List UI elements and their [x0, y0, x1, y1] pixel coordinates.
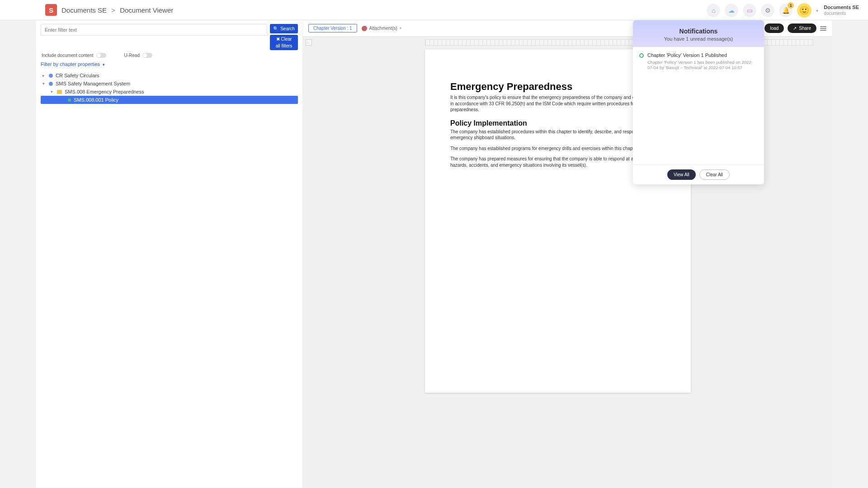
filter-input[interactable] [41, 24, 267, 36]
clear-filters-label2: all filters [276, 43, 292, 48]
toggle-include-content-label: Include document content [42, 53, 94, 58]
chevron-down-icon: ▾ [400, 26, 401, 30]
search-icon: 🔍 [273, 26, 278, 31]
download-label: load [770, 26, 778, 31]
attachments-label: Attachment(s) [369, 26, 397, 31]
home-icon[interactable]: ⌂ [707, 4, 720, 17]
tree-node-sms008-001[interactable]: SMS.008.001 Policy [41, 96, 298, 104]
chapter-version-chip[interactable]: Chapter Version : 1 [308, 24, 357, 33]
attachments-button[interactable]: 📎 Attachment(s) ▾ [362, 26, 401, 31]
notif-item[interactable]: Chapter 'Policy' Version 1 Published Cha… [639, 52, 758, 71]
toggle-include-content[interactable]: Include document content [42, 53, 106, 58]
notif-body: Chapter 'Policy' Version 1 Published Cha… [633, 47, 764, 164]
caret-right-icon: ▸ [42, 73, 46, 78]
filter-by-properties-label: Filter by chapter properties [41, 61, 100, 67]
tree-label: SMS.008.001 Policy [74, 97, 118, 103]
chevron-down-icon: ▾ [103, 62, 105, 67]
tree-label: SMS.008 Emergency Preparedness [65, 89, 144, 94]
clear-icon: ✖ Clear [276, 37, 292, 42]
doc-group-icon [49, 82, 53, 86]
notif-footer: View All Clear All [633, 164, 764, 184]
clear-filters-button[interactable]: ✖ Clear all filters [270, 35, 298, 50]
breadcrumb-root[interactable]: Documents SE [61, 6, 107, 14]
document-tree: ▸ CR Safety Circulars ▾ SMS Safety Manag… [41, 71, 298, 104]
notif-item-desc: Chapter 'Policy' Version 1 has been publ… [647, 60, 758, 71]
main-panel: 🔍 Search ✖ Clear all filters Include doc… [36, 20, 832, 488]
notif-subtitle: You have 1 unread message(s) [638, 36, 759, 42]
notif-header: Notifications You have 1 unread message(… [633, 20, 764, 47]
notifications-popover: Notifications You have 1 unread message(… [633, 20, 764, 184]
user-title: Documents SE [824, 5, 859, 10]
tree-node-sms008[interactable]: ▾ SMS.008 Emergency Preparedness [41, 88, 298, 96]
breadcrumb-page: Document Viewer [120, 6, 173, 14]
search-button[interactable]: 🔍 Search [270, 24, 298, 33]
document-viewer: Chapter Version : 1 📎 Attachment(s) ▾ lo… [303, 20, 832, 488]
video-icon[interactable]: ▭ [743, 4, 756, 17]
tree-label: CR Safety Circulars [56, 73, 99, 78]
bell-icon[interactable]: 🔔1 [779, 4, 793, 17]
tree-label: SMS Safety Management System [56, 81, 130, 86]
filter-by-properties[interactable]: Filter by chapter properties ▾ [41, 61, 298, 67]
notif-item-title: Chapter 'Policy' Version 1 Published [647, 52, 758, 58]
notif-title: Notifications [638, 28, 759, 35]
share-label: Share [799, 26, 811, 31]
toggle-uread-label: U-Read [124, 53, 140, 58]
sidebar: 🔍 Search ✖ Clear all filters Include doc… [36, 20, 303, 488]
toggle-uread[interactable]: U-Read [124, 53, 152, 58]
share-button[interactable]: ↗ Share [788, 23, 816, 33]
tree-node-sms[interactable]: ▾ SMS Safety Management System [41, 80, 298, 88]
topbar: S Documents SE > Document Viewer ⌂ ☁ ▭ ⚙… [0, 0, 868, 20]
search-button-label: Search [280, 26, 295, 31]
switch-icon[interactable] [142, 53, 152, 58]
avatar[interactable]: 🙂 [797, 3, 811, 18]
app-logo: S [45, 4, 57, 16]
notif-badge: 1 [788, 2, 794, 9]
status-ring-icon [639, 53, 644, 58]
cloud-icon[interactable]: ☁ [725, 4, 738, 17]
attachment-icon: 📎 [362, 26, 367, 31]
switch-icon[interactable] [96, 53, 106, 58]
breadcrumb: Documents SE > Document Viewer [61, 6, 173, 14]
gear-icon[interactable]: ⚙ [761, 4, 774, 17]
ruler-corner-icon: ∟ [306, 39, 312, 46]
user-sub: documents [824, 11, 859, 16]
view-all-button[interactable]: View All [667, 169, 696, 180]
doc-group-icon [49, 74, 53, 78]
share-icon: ↗ [793, 26, 797, 31]
chevron-down-icon[interactable]: ▾ [816, 8, 818, 13]
breadcrumb-sep: > [111, 6, 115, 14]
caret-down-icon: ▾ [42, 81, 46, 86]
topbar-actions: ⌂ ☁ ▭ ⚙ 🔔1 🙂 ▾ Documents SE documents [707, 3, 859, 18]
menu-icon[interactable] [820, 26, 826, 31]
caret-down-icon: ▾ [51, 89, 54, 94]
user-block[interactable]: Documents SE documents [824, 5, 859, 16]
tree-node-cr-safety[interactable]: ▸ CR Safety Circulars [41, 71, 298, 80]
folder-icon [57, 90, 62, 94]
download-button[interactable]: load [764, 23, 784, 33]
status-dot-icon [68, 99, 71, 102]
clear-all-button[interactable]: Clear All [699, 169, 730, 180]
